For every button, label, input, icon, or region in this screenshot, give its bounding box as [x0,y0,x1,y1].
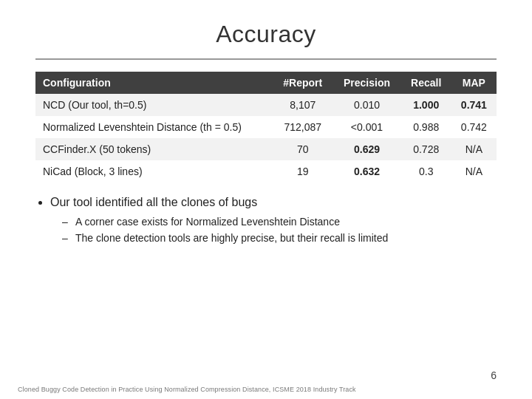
col-header-report: #Report [273,72,332,94]
table-row: Normalized Levenshtein Distance (th = 0.… [35,116,497,138]
sub-bullet-item: The clone detection tools are highly pre… [62,230,497,246]
slide-title: Accuracy [35,21,497,48]
page-number: 6 [491,369,497,381]
footer-text: Cloned Buggy Code Detection in Practice … [18,386,356,393]
sub-bullet-item: A corner case exists for Normalized Leve… [62,214,497,230]
slide: Accuracy Configuration #Report Precision… [0,0,532,399]
col-header-map: MAP [451,72,497,94]
col-header-precision: Precision [332,72,400,94]
col-header-recall: Recall [401,72,451,94]
table-row: NCD (Our tool, th=0.5)8,1070.0101.0000.7… [35,94,497,116]
title-divider [35,58,497,60]
sub-bullet-list: A corner case exists for Normalized Leve… [50,214,497,247]
bullet-list: Our tool identified all the clones of bu… [35,196,497,247]
accuracy-table: Configuration #Report Precision Recall M… [35,72,497,183]
main-bullet-item: Our tool identified all the clones of bu… [50,196,497,209]
table-row: NiCad (Block, 3 lines)190.6320.3N/A [35,160,497,183]
col-header-config: Configuration [35,72,273,94]
table-row: CCFinder.X (50 tokens)700.6290.728N/A [35,138,497,160]
table-header-row: Configuration #Report Precision Recall M… [35,72,497,94]
